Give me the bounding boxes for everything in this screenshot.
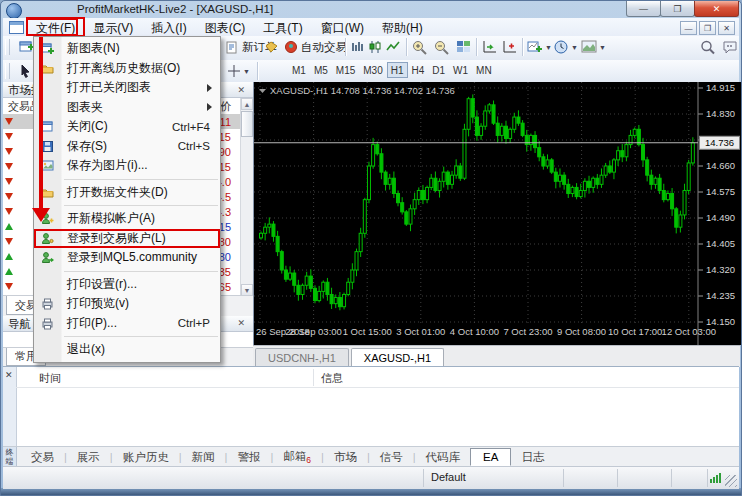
menu-bar: 文件(F)显示(V)插入(I)图表(C)工具(T)窗口(W)帮助(H) — ❐ … [3,18,739,36]
timeframe-M15[interactable]: M15 [332,62,359,78]
scroll-thumb[interactable] [241,111,253,137]
line-chart-button[interactable] [383,37,403,57]
terminal-tab-10[interactable]: 日志 [511,448,554,467]
wallet-button[interactable] [261,37,282,57]
timeframe-D1[interactable]: D1 [428,62,449,78]
timeframe-M5[interactable]: M5 [310,62,332,78]
down-arrow-icon [5,133,13,140]
terminal-tab-3[interactable]: 新闻 [182,448,225,467]
zoom-out-icon [434,40,450,55]
restore-button[interactable]: ❐ [660,1,695,17]
file-menu-item-14[interactable]: 打印设置(r)... [34,275,220,295]
terminal-tab-4[interactable]: 警报 [227,448,270,467]
terminal-tab-5[interactable]: 邮箱6 [273,447,321,467]
timeframe-M30[interactable]: M30 [359,62,386,78]
zoom-in-button[interactable] [409,37,431,57]
periods-button[interactable]: ▼ [551,37,581,57]
up-arrow-icon [5,253,13,260]
file-menu-item-11[interactable]: 登录到交易账户(L) [34,229,220,249]
file-menu-item-15[interactable]: 打印预览(v) [34,294,220,314]
chart-tab-XAGUSDH1[interactable]: XAGUSD-,H1 [351,348,444,366]
chart-shift-button[interactable] [499,37,521,57]
toolbar-grip[interactable] [5,39,10,55]
time-column-header[interactable]: 时间 [39,371,61,386]
close-button[interactable]: ✕ [694,1,739,17]
menu-separator [64,179,218,180]
menu-item-6[interactable]: 帮助(H) [373,18,432,36]
zoom-out-button[interactable] [431,37,453,57]
file-menu-item-18[interactable]: 退出(x) [34,340,220,360]
file-menu-item-label: 打印预览(v) [61,295,220,312]
down-arrow-icon [5,208,13,215]
menu-item-5[interactable]: 窗口(W) [312,18,373,36]
terminal-tab-1[interactable]: 展示 [67,448,110,467]
message-column-header[interactable]: 信息 [321,371,343,386]
timeframe-H4[interactable]: H4 [408,62,429,78]
scroll-up-icon[interactable]: ▲ [241,98,253,110]
profile-indicator[interactable]: Default [431,471,466,483]
templates-dropdown-arrow: ▼ [599,44,606,51]
file-menu-item-16[interactable]: 打印(P)...Ctrl+P [34,314,220,334]
menu-separator [64,205,218,206]
terminal-tab-7[interactable]: 信号 [370,448,413,467]
crosshair-icon [227,64,241,78]
terminal-tab-2[interactable]: 账户历史 [113,448,179,467]
file-menu-item-label: 打开已关闭图表 [61,79,207,96]
file-menu-item-3[interactable]: 图表夹 [34,98,220,118]
bar-chart-button[interactable] [347,37,367,57]
file-menu-item-6[interactable]: 保存为图片(i)... [34,156,220,176]
market-watch-close-icon[interactable]: ✕ [237,86,245,95]
terminal-vertical-tab[interactable]: 终端 [3,447,17,467]
file-menu-item-5[interactable]: 保存(S)Ctrl+S [34,137,220,157]
templates-button[interactable]: ▼ [578,37,609,57]
child-restore-button[interactable]: ❐ [699,21,716,35]
file-menu-item-12[interactable]: 登录到MQL5.community [34,248,220,268]
indicators-icon [527,40,543,55]
annotation-arrow-line [39,37,43,209]
timeframe-M1[interactable]: M1 [288,62,310,78]
terminal-close-icon[interactable]: ✕ [5,370,13,380]
market-watch-scrollbar[interactable]: ▲ ▼ [240,98,253,296]
menu-item-3[interactable]: 图表(C) [196,18,255,36]
menu-item-4[interactable]: 工具(T) [254,18,311,36]
chart-tab-USDCNHH1[interactable]: USDCNH-,H1 [255,348,349,366]
wallet-icon [264,40,279,54]
terminal-tab-6[interactable]: 市场 [324,448,367,467]
file-menu-item-0[interactable]: 新图表(N) [34,39,220,59]
candlestick-button[interactable] [365,37,385,57]
toolbar-grip[interactable] [5,63,10,79]
down-arrow-icon [5,238,13,245]
search-button[interactable] [697,37,719,57]
timeframe-W1[interactable]: W1 [449,62,472,78]
svg-text:14.660: 14.660 [706,160,735,171]
window-bottom-edge [1,488,741,495]
file-menu-item-2[interactable]: 打开已关闭图表 [34,78,220,98]
chat-button[interactable] [719,37,742,57]
tile-windows-button[interactable] [453,37,474,57]
svg-text:14.490: 14.490 [706,212,735,223]
autotrade-button[interactable]: 自动交易 [281,37,350,57]
child-close-button[interactable]: ✕ [718,21,735,35]
file-menu-item-8[interactable]: 打开数据文件夹(D) [34,183,220,203]
terminal-tab-8[interactable]: 代码库 [416,448,471,467]
menu-item-1[interactable]: 显示(V) [84,18,142,36]
file-menu-item-4[interactable]: 关闭(C)Ctrl+F4 [34,117,220,137]
terminal-tab-9[interactable]: EA [470,448,511,466]
menu-item-2[interactable]: 插入(I) [142,18,195,36]
resize-grip[interactable] [725,475,737,487]
timeframe-MN[interactable]: MN [472,62,496,78]
file-menu-item-1[interactable]: 打开离线历史数据(O) [34,59,220,79]
file-menu-item-10[interactable]: 开新模拟帐户(A) [34,209,220,229]
file-menu-item-label: 关闭(C) [61,118,172,135]
chart-window[interactable]: 14.91514.83014.66014.57514.49014.40514.3… [253,82,741,345]
chart-mdi-icon[interactable] [9,21,24,34]
file-menu-item-label: 登录到MQL5.community [61,249,220,266]
terminal-tab-0[interactable]: 交易 [21,448,64,467]
crosshair-button[interactable]: ▼ [224,61,253,81]
timeframe-H1[interactable]: H1 [387,62,408,78]
navigator-close-icon[interactable]: ✕ [237,319,245,328]
child-minimize-button[interactable]: — [680,21,697,35]
auto-scroll-button[interactable] [479,37,501,57]
minimize-button[interactable]: — [626,1,661,17]
search-icon [700,40,716,55]
